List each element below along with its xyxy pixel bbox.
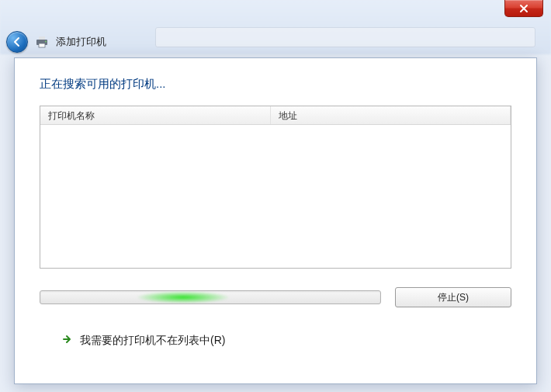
printer-list[interactable]: 打印机名称 地址 (40, 106, 511, 269)
column-header-name[interactable]: 打印机名称 (40, 106, 271, 124)
close-icon (519, 4, 528, 13)
list-body-empty (40, 125, 511, 268)
not-in-list-label: 我需要的打印机不在列表中(R) (80, 334, 225, 348)
wizard-header: 添加打印机 (6, 31, 106, 53)
svg-rect-2 (39, 43, 45, 47)
list-header: 打印机名称 地址 (40, 106, 511, 125)
column-header-address[interactable]: 地址 (271, 106, 511, 124)
searching-heading: 正在搜索可用的打印机... (40, 77, 511, 92)
search-progress-bar (40, 290, 381, 304)
svg-rect-1 (39, 36, 45, 40)
wizard-title: 添加打印机 (56, 35, 106, 49)
progress-marquee-glow (136, 291, 231, 304)
back-button[interactable] (6, 31, 28, 53)
right-arrow-icon (61, 334, 72, 348)
background-breadcrumb-bar (155, 27, 535, 47)
close-button[interactable] (504, 0, 543, 17)
printer-not-in-list-link[interactable]: 我需要的打印机不在列表中(R) (40, 334, 511, 348)
svg-point-3 (45, 41, 47, 43)
stop-button[interactable]: 停止(S) (395, 287, 511, 307)
wizard-panel: 正在搜索可用的打印机... 打印机名称 地址 停止(S) 我需要的打印机不在列表… (14, 57, 537, 384)
progress-row: 停止(S) (40, 287, 511, 307)
back-arrow-icon (12, 36, 23, 47)
printer-icon (34, 35, 50, 49)
title-bar (504, 0, 543, 19)
